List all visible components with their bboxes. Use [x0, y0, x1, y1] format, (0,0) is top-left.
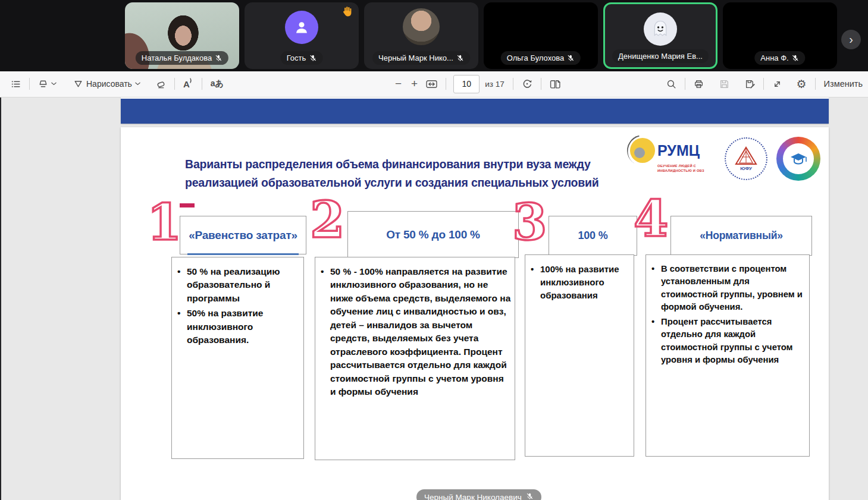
- erase-button[interactable]: [152, 76, 170, 92]
- search-button[interactable]: [663, 76, 680, 92]
- fullscreen-button[interactable]: [769, 76, 786, 92]
- option-bullets: 100% на развитие инклюзивного образовани…: [528, 263, 630, 301]
- divider: [815, 78, 816, 90]
- edit-button[interactable]: Изменить: [820, 76, 866, 92]
- participant-name-text: Гость: [287, 54, 306, 62]
- chevron-right-icon: ›: [849, 33, 853, 45]
- presenter-name-text: Черный Марк Николаевич: [424, 493, 522, 500]
- divider: [174, 78, 175, 90]
- mic-muted-icon: [456, 54, 464, 62]
- read-aloud-icon: A: [183, 79, 193, 89]
- print-icon: [694, 79, 704, 89]
- highlight-button[interactable]: [35, 76, 60, 92]
- sfedu-triangle-icon: [735, 146, 757, 165]
- participant-name-text: Анна Ф.: [760, 54, 788, 62]
- participant-tile[interactable]: Анна Ф.: [723, 2, 837, 69]
- pdf-viewport[interactable]: Варианты распределения объема финансиров…: [0, 98, 868, 500]
- page-total-label: из 17: [485, 80, 504, 89]
- participant-name: Гость: [281, 51, 323, 65]
- rumc-logo-icon: [630, 138, 655, 163]
- save-icon: [719, 79, 729, 89]
- profile-photo: [403, 8, 440, 45]
- participant-tile[interactable]: Черный Марк Нико...: [364, 2, 478, 69]
- option-number: 3: [512, 197, 546, 247]
- mic-muted-icon: [526, 492, 534, 500]
- person-avatar-icon: [285, 11, 318, 44]
- pen-icon: [73, 79, 83, 89]
- red-annotation-dash: [180, 203, 195, 207]
- previous-page-bottom: [121, 98, 829, 124]
- fit-width-button[interactable]: [422, 77, 441, 92]
- participant-name-text: Черный Марк Нико...: [378, 54, 453, 62]
- slide-footer-bar: [121, 99, 829, 124]
- read-aloud-button[interactable]: A: [180, 76, 197, 92]
- participant-name-text: Ольга Булохова: [507, 54, 564, 62]
- rumc-logo-abbr: РУМЦ: [657, 143, 700, 158]
- option-title-text: «Нормативный»: [700, 229, 782, 242]
- window-edge: [0, 98, 1, 500]
- chevron-down-icon: [51, 82, 57, 86]
- bullet-item: Процент рассчитывается отдельно для кажд…: [648, 316, 806, 367]
- rotate-button[interactable]: [518, 76, 536, 92]
- option-title: 100 %: [549, 216, 637, 256]
- participant-tile[interactable]: Денищенко Мария Ев...: [603, 2, 717, 69]
- print-button[interactable]: [690, 76, 707, 92]
- sfedu-logo: ЮФУ: [723, 136, 769, 182]
- page-view-button[interactable]: [546, 76, 565, 92]
- table-of-contents-button[interactable]: [7, 76, 24, 92]
- edit-label: Изменить: [824, 79, 863, 89]
- zoom-out-button[interactable]: −: [390, 76, 406, 92]
- option-title-text: «Равенство затрат»: [189, 229, 297, 242]
- divider: [202, 78, 202, 90]
- divider: [541, 78, 541, 90]
- divider: [513, 78, 513, 90]
- page-number-input[interactable]: [453, 75, 480, 93]
- save-button[interactable]: [716, 76, 733, 92]
- expand-icon: [772, 79, 782, 89]
- slide-title-line2: реализацией образовательной услуги и соз…: [185, 174, 599, 192]
- participant-tile[interactable]: Наталья Булдакова: [125, 2, 239, 69]
- option-title-text: 100 %: [578, 229, 607, 242]
- participant-name: Денищенко Мария Ев...: [612, 49, 709, 63]
- participant-name-text: Наталья Булдакова: [142, 54, 212, 62]
- gear-icon: ⚙: [797, 78, 807, 90]
- zoom-in-button[interactable]: +: [406, 76, 422, 92]
- divider: [446, 78, 446, 90]
- search-icon: [666, 79, 676, 89]
- chevron-down-icon: [135, 82, 140, 86]
- option-number: 1: [147, 197, 180, 247]
- toolbar-center-group: − + из 17: [390, 71, 565, 96]
- eraser-icon: [156, 79, 166, 89]
- participant-tile[interactable]: Гость: [245, 2, 359, 69]
- settings-button[interactable]: ⚙: [793, 76, 810, 93]
- participant-tile[interactable]: Ольга Булохова: [484, 2, 598, 69]
- participant-name: Наталья Булдакова: [136, 51, 228, 65]
- mic-muted-icon: [309, 54, 317, 62]
- participant-name: Черный Марк Нико...: [372, 51, 470, 65]
- mic-muted-icon: [567, 54, 575, 62]
- next-participants-button[interactable]: ›: [841, 30, 861, 49]
- save-as-button[interactable]: [741, 76, 759, 92]
- rotate-icon: [522, 78, 532, 89]
- bullet-item: 50% на развитие инклюзивного образования…: [174, 307, 300, 347]
- translate-button[interactable]: аあ: [207, 76, 227, 92]
- option-body: 100% на развитие инклюзивного образовани…: [525, 254, 634, 457]
- pdf-toolbar: Нарисовать A аあ − +: [0, 71, 868, 98]
- toolbar-left-group: Нарисовать A аあ: [7, 71, 227, 96]
- presenter-name-tag: Черный Марк Николаевич: [416, 489, 541, 500]
- translate-icon: аあ: [211, 78, 224, 89]
- draw-label: Нарисовать: [86, 79, 132, 89]
- bullet-item: В соответствии с процентом установленным…: [648, 263, 806, 314]
- option-title: От 50 % до 100 %: [347, 211, 519, 258]
- draw-button[interactable]: Нарисовать: [70, 76, 144, 92]
- toolbar-right-group: ⚙ Изменить: [663, 71, 866, 96]
- slide-title-line1: Варианты распределения объема финансиров…: [185, 155, 599, 174]
- rmc-logo: [776, 137, 820, 181]
- participant-name-text: Денищенко Мария Ев...: [618, 52, 703, 61]
- rumc-logo: РУМЦ ОБУЧЕНИЕ ЛЮДЕЙ С ИНВАЛИДНОСТЬЮ И ОВ…: [630, 138, 713, 174]
- option-body: 50 % на реализацию образовательно й прог…: [171, 257, 304, 459]
- two-page-icon: [550, 79, 561, 89]
- option-bullets: 50 % - 100% направляется на развитие инк…: [318, 265, 511, 399]
- list-icon: [11, 79, 21, 89]
- participant-strip: Наталья БулдаковаГостьЧерный Марк Нико..…: [0, 0, 868, 71]
